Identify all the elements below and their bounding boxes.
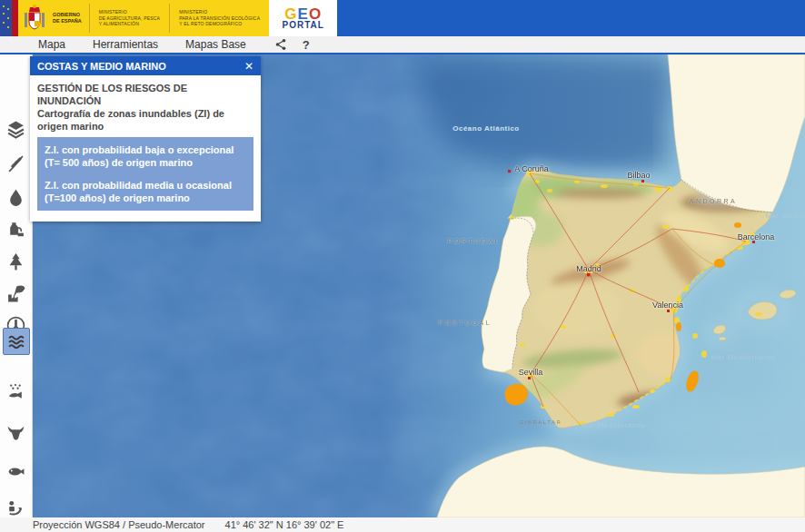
sidebar-item-livestock[interactable] bbox=[3, 419, 28, 445]
app-header: GOBIERNO DE ESPAÑA MINISTERIO DE AGRICUL… bbox=[0, 0, 805, 36]
sidebar-item-food-oil[interactable] bbox=[3, 216, 28, 241]
layer-item-t100[interactable]: Z.I. con probabilidad media u ocasional … bbox=[45, 179, 246, 204]
leaf-factory-icon bbox=[6, 284, 25, 303]
portal-logo-text: PORTAL bbox=[283, 21, 324, 30]
projection-label: Proyección WGS84 / Pseudo-Mercator bbox=[33, 519, 205, 530]
layer-item-t500[interactable]: Z.I. con probabilidad baja o excepcional… bbox=[45, 143, 246, 169]
close-icon[interactable]: ✕ bbox=[244, 61, 253, 72]
share-icon[interactable] bbox=[273, 38, 288, 51]
tool-sidebar: AEFEGA bbox=[0, 54, 33, 517]
government-banner: GOBIERNO DE ESPAÑA MINISTERIO DE AGRICUL… bbox=[0, 0, 269, 36]
sidebar-item-agriculture[interactable] bbox=[3, 151, 28, 176]
layer-panel-body: GESTIÓN DE LOS RIESGOS DE INUNDACIÓN Car… bbox=[30, 75, 261, 222]
person-arrow-icon bbox=[6, 498, 25, 517]
geoportal-logo[interactable]: GEO PORTAL bbox=[269, 0, 337, 36]
wheat-icon bbox=[6, 154, 25, 173]
geo-logo-text: GEO bbox=[284, 7, 322, 21]
pine-tree-icon bbox=[6, 252, 25, 271]
coat-of-arms-icon bbox=[18, 0, 51, 36]
spain-eu-flag bbox=[0, 0, 51, 36]
panel-subheading: Cartografía de zonas inundables (ZI) de … bbox=[37, 107, 253, 133]
menu-mapas-base[interactable]: Mapas Base bbox=[185, 38, 246, 51]
panel-heading: GESTIÓN DE LOS RIESGOS DE INUNDACIÓN bbox=[37, 82, 253, 107]
sidebar-item-environment-industry[interactable] bbox=[3, 281, 28, 306]
panel-title: COSTAS Y MEDIO MARINO bbox=[37, 61, 244, 72]
bull-icon bbox=[6, 423, 25, 442]
eu-flag-icon bbox=[0, 0, 12, 36]
sidebar-item-fishing[interactable] bbox=[3, 458, 28, 484]
fish-icon bbox=[6, 462, 25, 481]
header-blue-band bbox=[337, 0, 805, 36]
sidebar-item-coasts-marine[interactable] bbox=[3, 328, 30, 355]
main-menu: Mapa Herramientas Mapas Base ? bbox=[0, 36, 805, 54]
menu-herramientas[interactable]: Herramientas bbox=[93, 38, 158, 51]
ministry-transition-label: MINISTERIO PARA LA TRANSICIÓN ECOLÓGICA … bbox=[170, 0, 269, 36]
help-icon[interactable]: ? bbox=[303, 38, 310, 52]
government-label: GOBIERNO DE ESPAÑA bbox=[51, 0, 89, 36]
sidebar-item-access[interactable] bbox=[3, 494, 28, 519]
oil-jug-icon bbox=[6, 220, 25, 239]
layer-panel-header[interactable]: COSTAS Y MEDIO MARINO ✕ bbox=[30, 56, 261, 75]
sidebar-item-layers[interactable] bbox=[3, 116, 28, 142]
flag-red-stripe bbox=[12, 0, 18, 36]
sidebar-item-ae[interactable]: AE bbox=[3, 528, 28, 532]
layer-panel: COSTAS Y MEDIO MARINO ✕ GESTIÓN DE LOS R… bbox=[30, 56, 261, 222]
water-drop-icon bbox=[6, 188, 25, 207]
menu-mapa[interactable]: Mapa bbox=[38, 38, 65, 51]
waves-icon bbox=[7, 332, 26, 351]
ministry-agriculture-label: MINISTERIO DE AGRICULTURA, PESCA Y ALIME… bbox=[90, 0, 169, 36]
sidebar-item-water[interactable] bbox=[3, 184, 28, 210]
sidebar-item-aquaculture[interactable] bbox=[3, 379, 28, 405]
fish-feed-icon bbox=[6, 383, 25, 402]
layers-icon bbox=[6, 120, 25, 139]
cursor-coordinates: 41° 46' 32" N 16° 39' 02" E bbox=[225, 519, 344, 530]
status-bar: Proyección WGS84 / Pseudo-Mercator 41° 4… bbox=[0, 517, 805, 532]
layer-list: Z.I. con probabilidad baja o excepcional… bbox=[37, 137, 253, 211]
sidebar-item-forestry[interactable] bbox=[3, 249, 28, 274]
